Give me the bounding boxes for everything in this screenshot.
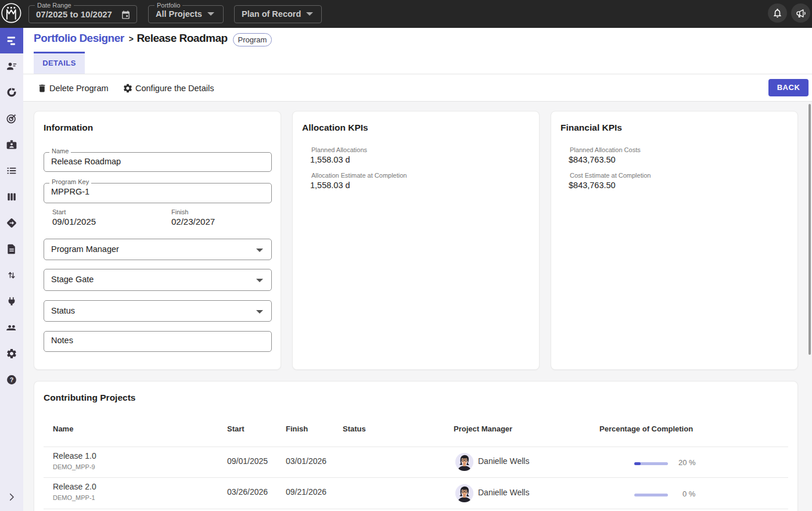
svg-text:?: ? — [10, 376, 14, 383]
